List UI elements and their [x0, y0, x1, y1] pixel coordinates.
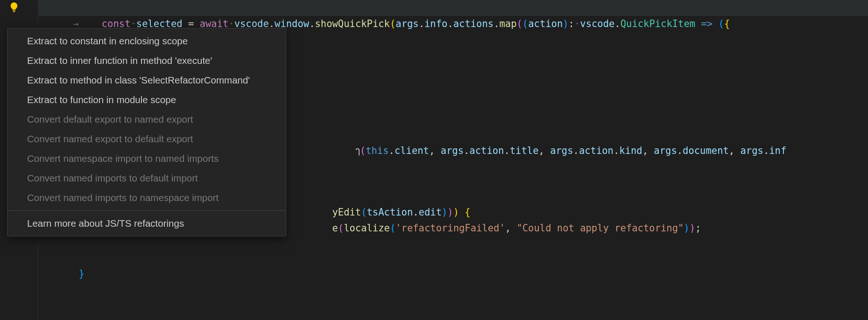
arrow: => [695, 18, 718, 29]
prop-title: title [510, 145, 539, 156]
str-msg: "Could not apply refactoring" [516, 223, 684, 234]
prop-inf: inf [769, 145, 786, 156]
menu-item-extract-method[interactable]: Extract to method in class 'SelectRefact… [7, 70, 286, 90]
menu-item-convert-named-to-default: Convert named export to default export [7, 129, 286, 149]
str-key: 'refactoringFailed' [395, 223, 505, 234]
arg-args: args [550, 145, 573, 156]
prop-action: action [469, 145, 504, 156]
arg-args: args [395, 18, 418, 29]
prop-client: client [395, 145, 429, 156]
svg-rect-1 [13, 12, 15, 13]
menu-item-convert-named-to-default-import: Convert named imports to default import [7, 168, 286, 188]
menu-item-learn-more[interactable]: Learn more about JS/TS refactorings [7, 214, 286, 233]
code-line[interactable]: } [38, 250, 868, 266]
fn-localize: localize [344, 223, 390, 234]
prop-document: document [683, 145, 729, 156]
refactor-menu: Extract to constant in enclosing scope E… [7, 28, 286, 237]
brace-close: } [78, 268, 84, 279]
param-action: action [528, 18, 563, 29]
menu-item-extract-inner-function[interactable]: Extract to inner function in method 'exe… [7, 51, 286, 70]
prop-actions: actions [453, 18, 494, 29]
arg-args: args [441, 145, 464, 156]
arg-args: args [654, 145, 677, 156]
prop-kind: kind [619, 145, 642, 156]
code-line[interactable]: → const·selected = await·vscode.window.s… [38, 0, 868, 16]
menu-item-convert-ns-to-named: Convert namespace import to named import… [7, 149, 286, 168]
svg-rect-0 [13, 10, 15, 11]
menu-item-convert-named-to-ns: Convert named imports to namespace impor… [7, 188, 286, 208]
prop-action: action [579, 145, 614, 156]
menu-item-extract-constant[interactable]: Extract to constant in enclosing scope [7, 31, 286, 51]
fn-map: map [499, 18, 516, 29]
lightbulb-icon[interactable] [9, 2, 19, 13]
fn-showquickpick: showQuickPick [315, 18, 390, 29]
arg-args: args [741, 145, 763, 156]
type-ns: vscode [580, 18, 614, 29]
type-quickpickitem: QuickPickItem [621, 18, 695, 29]
menu-item-extract-function-module[interactable]: Extract to function in module scope [7, 90, 286, 110]
prop-info: info [424, 18, 447, 29]
menu-item-convert-default-to-named: Convert default export to named export [7, 110, 286, 129]
this: this [366, 145, 388, 156]
menu-separator [7, 210, 286, 211]
